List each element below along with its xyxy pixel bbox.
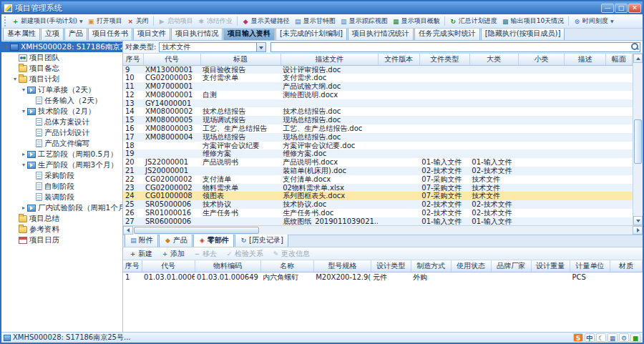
close-button[interactable]: ✕ — [628, 4, 641, 13]
tree-item[interactable]: ▾技术阶段（2月） — [1, 106, 122, 117]
toolbar-button[interactable]: ▶启动项目 — [156, 15, 195, 27]
file-row[interactable]: 23CG02000002物料需求单02物料需求单.xlsx07-采购文件技术文件 — [123, 184, 633, 192]
search-input[interactable] — [271, 43, 630, 51]
file-row[interactable]: 13GY14000001 — [123, 99, 633, 108]
detail-toolbar-button[interactable]: +添加 — [157, 247, 188, 260]
tree-item[interactable]: ▸厂内试验阶段（周期1个月） — [1, 202, 122, 213]
file-row[interactable]: 16XM08000003工艺、生产总结报告工艺、生产总结报告.doc — [123, 124, 633, 133]
tree-item[interactable]: 采购阶段 — [1, 170, 122, 181]
main-tab[interactable]: [未完成的计划编制] — [275, 29, 347, 40]
part-column-header[interactable]: 物料编码 — [195, 260, 260, 272]
main-tab[interactable]: 立项 — [41, 29, 64, 40]
expand-arrow-icon[interactable]: ▸ — [20, 205, 27, 211]
tree-item[interactable]: 装调阶段 — [1, 192, 122, 202]
part-column-header[interactable]: 材质 — [610, 260, 642, 272]
detail-tab[interactable]: ◆产品 — [159, 234, 192, 247]
object-type-select[interactable]: 技术文件 — [159, 42, 266, 52]
toolbar-grip[interactable] — [4, 16, 7, 26]
file-row[interactable]: 22CG02000002支付清单支付清单.docx07-采购文件技术文件 — [123, 175, 633, 184]
file-row[interactable]: 17XM08000004现场总结报告现场总结报告.doc — [123, 133, 633, 142]
search-icon[interactable] — [630, 42, 640, 51]
file-row[interactable]: 25SR05000006技术协议技术协议.doc02-技术文件02-技术文件 — [123, 200, 633, 209]
part-column-header[interactable]: 设计类型 — [371, 260, 411, 272]
tree-item[interactable]: ▾订单承接（2天） — [1, 84, 122, 95]
tree-item[interactable]: 任务输入（2天） — [1, 95, 122, 106]
file-column-header[interactable]: 标题 — [200, 54, 280, 65]
tree-item[interactable]: ▾生产阶段（周期3个月） — [1, 159, 122, 170]
part-row[interactable]: 101.03.01.00064901.03.01.000649内六角螺钉M20X… — [123, 272, 643, 282]
file-row[interactable]: 11XM07000001产品试验大纲.doc — [123, 82, 633, 91]
detail-tab[interactable]: ▤附件 — [125, 234, 158, 247]
file-column-header[interactable]: 幅面 — [605, 54, 632, 65]
file-row[interactable]: 18方案评审会议纪要方案评审会议纪要.doc — [123, 142, 633, 150]
main-tab[interactable]: [隐藏执行(按项目成员)] — [481, 29, 565, 40]
part-column-header[interactable]: 型号规格 — [313, 260, 371, 272]
part-column-header[interactable]: 计量单位 — [570, 260, 610, 272]
tree-item[interactable]: 参考资料 — [1, 224, 122, 235]
vertical-scrollbar-thumb[interactable] — [634, 119, 642, 164]
detail-tab[interactable]: ↻[历史记录] — [235, 234, 288, 247]
tree-item[interactable]: ▾项目计划 — [1, 74, 122, 84]
vertical-scrollbar[interactable] — [633, 54, 643, 225]
tree-item[interactable]: ▾XMHS000028: S17186南京25号项目 — [1, 41, 122, 52]
maximize-button[interactable]: □ — [615, 4, 628, 13]
tree-item[interactable]: 项目总结 — [1, 213, 122, 224]
file-row[interactable]: 27SR06000006底纹图纸_2019011039021...01-输入文件… — [123, 217, 633, 225]
horizontal-scrollbar-thumb[interactable] — [134, 227, 259, 234]
keyboard-icon[interactable]: ▦ — [608, 333, 618, 342]
file-row[interactable]: 24CG01000008领图表系列图框表头.docx07-采购文件技术文件 — [123, 192, 633, 200]
tree-item[interactable]: ▸工艺阶段（周期0.5月） — [1, 149, 122, 159]
scroll-right-icon[interactable] — [633, 226, 643, 235]
file-column-header[interactable]: 文件版本 — [378, 54, 419, 65]
lang-mode-icon[interactable]: 中 — [585, 333, 595, 342]
file-column-header[interactable]: 序号 — [123, 54, 143, 65]
part-column-header[interactable]: 名称 — [260, 260, 313, 272]
toolbar-button[interactable]: ▦显示项目概貌 — [390, 15, 442, 27]
file-row[interactable]: 19维修方案维修方案.doc — [123, 149, 633, 158]
file-row[interactable]: 21JS20000001装箱单(机床用).doc02-技术文件02-技术文件 — [123, 167, 633, 175]
collapse-arrow-icon[interactable]: ▾ — [20, 87, 27, 93]
sogou-icon[interactable]: S — [573, 333, 583, 342]
toolbar-button[interactable]: ◆显示关键路径 — [240, 15, 292, 27]
tree-item[interactable]: 项目日历 — [1, 235, 122, 245]
file-column-header[interactable]: 描述 — [564, 54, 605, 65]
main-tab[interactable]: 基本属性 — [3, 29, 40, 40]
toolbar-button[interactable]: ↻汇总计划进度 — [447, 15, 499, 27]
detail-tab[interactable]: ◈零部件 — [193, 234, 234, 247]
toolbar-button[interactable]: ▩输出项目10天情况 — [499, 15, 566, 27]
file-row[interactable]: 26SR01000016生产任务书生产任务书.doc02-技术文件02-技术文件 — [123, 209, 633, 217]
part-column-header[interactable]: 使用状态 — [451, 260, 491, 272]
scroll-up-icon[interactable] — [633, 54, 643, 63]
tree-item[interactable]: 项目备忘 — [1, 63, 122, 74]
scroll-down-icon[interactable] — [633, 216, 643, 225]
file-row[interactable]: 20JS22000001产品说明书产品说明书.docx01-输入文件01-输入文… — [123, 158, 633, 167]
toolbar-button[interactable]: ▥显示跟踪视图 — [338, 15, 390, 27]
toolbar-button[interactable]: ✱冻结作业 — [195, 15, 235, 27]
part-column-header[interactable]: 品牌厂家 — [491, 260, 531, 272]
tree-item[interactable]: 项目团队 — [1, 52, 122, 63]
tree-item[interactable]: 产品计划设计 — [1, 127, 122, 138]
part-column-header[interactable]: 代号 — [142, 260, 195, 272]
chevron-down-icon[interactable] — [256, 43, 265, 51]
main-tab[interactable]: 产品 — [64, 29, 87, 40]
tree-item[interactable]: 产品文件编写 — [1, 138, 122, 149]
toolbar-button[interactable]: +新建项目(手动计划)▼ — [9, 15, 85, 27]
main-tab[interactable]: 项目任务书 — [88, 29, 132, 40]
toolbar-button[interactable]: ▣打开项目 — [85, 15, 125, 27]
tree-item[interactable]: 自制阶段 — [1, 181, 122, 192]
toolbar-button[interactable]: ▤显示甘特图 — [292, 15, 338, 27]
detail-toolbar-button[interactable]: ✓检验关系 — [222, 247, 267, 260]
main-tab[interactable]: 项目输入资料 — [223, 29, 275, 40]
main-tab[interactable]: 项目执行情况统计 — [348, 29, 414, 40]
file-row[interactable]: 15XM08000005现场调试报告现场总结报告.doc — [123, 116, 633, 124]
file-row[interactable]: 9XM13000001项目验收报告设计评审报告.doc — [123, 65, 633, 74]
file-row[interactable]: 12XM08000001自测测绘图说明.docx — [123, 91, 633, 99]
collapse-arrow-icon[interactable]: ▾ — [20, 162, 27, 168]
detail-toolbar-button[interactable]: ✎更改信息 — [268, 247, 313, 260]
collapse-arrow-icon[interactable]: ▾ — [20, 108, 27, 114]
toolbar-button[interactable]: ⊙时间刻度▼ — [571, 15, 616, 27]
expand-arrow-icon[interactable]: ▸ — [20, 151, 27, 157]
detail-toolbar-button[interactable]: +新建 — [125, 247, 156, 260]
main-tab[interactable]: 项目文件 — [133, 29, 170, 40]
file-column-header[interactable]: 小类 — [518, 54, 564, 65]
